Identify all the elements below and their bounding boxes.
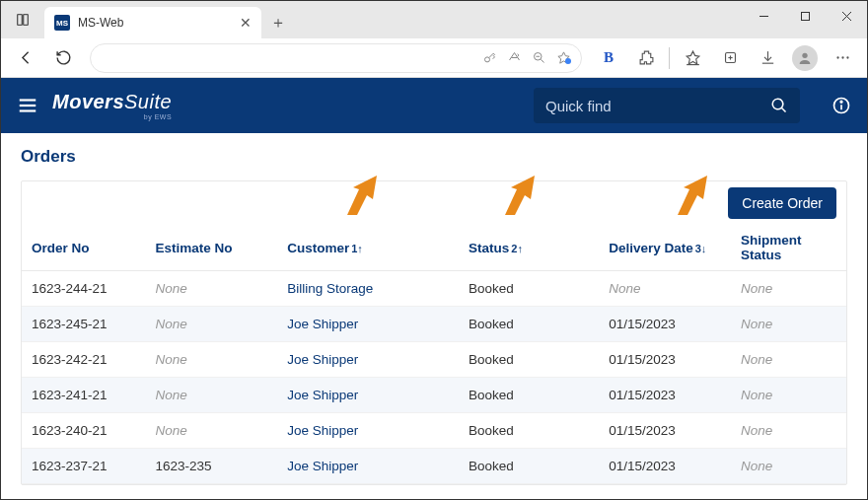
table-row[interactable]: 1623-240-21NoneJoe ShipperBooked01/15/20…	[22, 413, 846, 449]
svg-line-10	[541, 59, 543, 62]
col-estimate-no[interactable]: Estimate No	[145, 225, 277, 271]
col-status[interactable]: Status2↑	[459, 225, 599, 271]
more-icon[interactable]	[826, 43, 859, 73]
cell-shipment-status: None	[731, 413, 846, 449]
downloads-icon[interactable]	[751, 43, 784, 73]
cell-estimate-no: 1623-235	[145, 449, 277, 484]
refresh-button[interactable]	[46, 43, 80, 73]
cell-delivery-date: 01/15/2023	[599, 449, 731, 484]
quick-find[interactable]	[534, 88, 800, 123]
search-input[interactable]	[545, 98, 760, 114]
window-close[interactable]	[826, 1, 867, 31]
svg-rect-1	[24, 15, 29, 26]
hamburger-icon[interactable]	[17, 95, 38, 116]
cell-delivery-date: 01/15/2023	[599, 307, 731, 342]
cell-customer[interactable]: Joe Shipper	[277, 307, 459, 342]
cell-order-no: 1623-242-21	[22, 342, 145, 378]
cell-customer[interactable]: Joe Shipper	[277, 413, 459, 449]
cell-status: Booked	[459, 307, 599, 342]
brand-logo[interactable]: MoversSuite by EWS	[52, 92, 172, 120]
cell-order-no: 1623-241-21	[22, 378, 145, 413]
key-icon[interactable]	[482, 50, 497, 65]
cell-status: Booked	[459, 342, 599, 378]
cell-order-no: 1623-244-21	[22, 271, 145, 307]
address-bar[interactable]	[90, 43, 582, 73]
svg-rect-3	[801, 12, 809, 20]
search-icon[interactable]	[770, 97, 788, 114]
orders-table: Order No Estimate No Customer1↑ Status2↑…	[22, 225, 846, 484]
favorites-icon[interactable]	[676, 43, 709, 73]
favorite-icon[interactable]	[556, 50, 571, 65]
table-row[interactable]: 1623-242-21NoneJoe ShipperBooked01/15/20…	[22, 342, 846, 378]
browser-tab[interactable]: MS MS-Web ✕	[44, 7, 261, 38]
cell-shipment-status: None	[731, 271, 846, 307]
annotation-arrow	[505, 176, 550, 215]
cell-customer[interactable]: Joe Shipper	[277, 378, 459, 413]
zoom-out-icon[interactable]	[532, 50, 546, 65]
cell-order-no: 1623-245-21	[22, 307, 145, 342]
svg-point-21	[841, 56, 843, 58]
cell-delivery-date: 01/15/2023	[599, 413, 731, 449]
table-header-row: Order No Estimate No Customer1↑ Status2↑…	[22, 225, 846, 271]
cell-delivery-date: 01/15/2023	[599, 342, 731, 378]
svg-point-22	[846, 56, 848, 58]
col-delivery-date[interactable]: Delivery Date3↓	[599, 225, 731, 271]
browser-toolbar: B	[1, 38, 867, 78]
page-title: Orders	[21, 147, 847, 167]
cell-order-no: 1623-240-21	[22, 413, 145, 449]
cell-shipment-status: None	[731, 342, 846, 378]
tab-overview-icon[interactable]	[1, 1, 44, 38]
cell-shipment-status: None	[731, 307, 846, 342]
table-row[interactable]: 1623-244-21NoneBilling StorageBookedNone…	[22, 271, 846, 307]
cell-status: Booked	[459, 413, 599, 449]
cell-order-no: 1623-237-21	[22, 449, 145, 484]
cell-estimate-no: None	[145, 271, 277, 307]
svg-marker-11	[558, 52, 569, 63]
collections-icon[interactable]	[713, 43, 747, 73]
sort-indicator: 2↑	[511, 243, 523, 254]
tab-title: MS-Web	[78, 16, 232, 30]
cell-customer[interactable]: Joe Shipper	[277, 449, 459, 484]
orders-card: Create Order Order No Estimate No Custom…	[21, 180, 847, 485]
annotation-arrow	[347, 176, 393, 215]
browser-titlebar: MS MS-Web ✕ ＋	[1, 1, 867, 38]
svg-marker-29	[347, 176, 377, 215]
svg-point-6	[485, 57, 490, 62]
tab-favicon: MS	[54, 15, 70, 31]
svg-point-28	[840, 101, 842, 103]
cell-status: Booked	[459, 449, 599, 484]
new-tab-button[interactable]: ＋	[261, 7, 295, 38]
window-maximize[interactable]	[784, 1, 826, 31]
svg-rect-0	[18, 15, 23, 26]
sort-indicator: 3↓	[695, 243, 707, 254]
sort-indicator: 1↑	[351, 243, 363, 254]
svg-point-19	[802, 52, 807, 57]
read-aloud-icon[interactable]	[507, 50, 522, 65]
cell-status: Booked	[459, 271, 599, 307]
extensions-icon[interactable]	[629, 43, 663, 73]
svg-point-20	[836, 56, 838, 58]
create-order-button[interactable]: Create Order	[728, 187, 836, 219]
info-icon[interactable]	[832, 96, 851, 115]
svg-marker-31	[678, 176, 707, 215]
svg-marker-30	[505, 176, 535, 215]
cell-estimate-no: None	[145, 378, 277, 413]
cell-shipment-status: None	[731, 378, 846, 413]
col-shipment-status[interactable]: Shipment Status	[731, 225, 846, 271]
table-row[interactable]: 1623-245-21NoneJoe ShipperBooked01/15/20…	[22, 307, 846, 342]
close-icon[interactable]: ✕	[240, 15, 252, 31]
cell-customer[interactable]: Billing Storage	[277, 271, 459, 307]
cell-estimate-no: None	[145, 413, 277, 449]
back-button[interactable]	[9, 43, 42, 73]
cell-delivery-date: 01/15/2023	[599, 378, 731, 413]
table-row[interactable]: 1623-237-211623-235Joe ShipperBooked01/1…	[22, 449, 846, 484]
cell-estimate-no: None	[145, 307, 277, 342]
cell-customer[interactable]: Joe Shipper	[277, 342, 459, 378]
table-row[interactable]: 1623-241-21NoneJoe ShipperBooked01/15/20…	[22, 378, 846, 413]
cell-estimate-no: None	[145, 342, 277, 378]
col-customer[interactable]: Customer1↑	[277, 225, 459, 271]
window-minimize[interactable]	[743, 1, 784, 31]
col-order-no[interactable]: Order No	[22, 225, 145, 271]
profile-avatar[interactable]	[788, 43, 822, 73]
bold-b-icon[interactable]: B	[592, 43, 625, 73]
